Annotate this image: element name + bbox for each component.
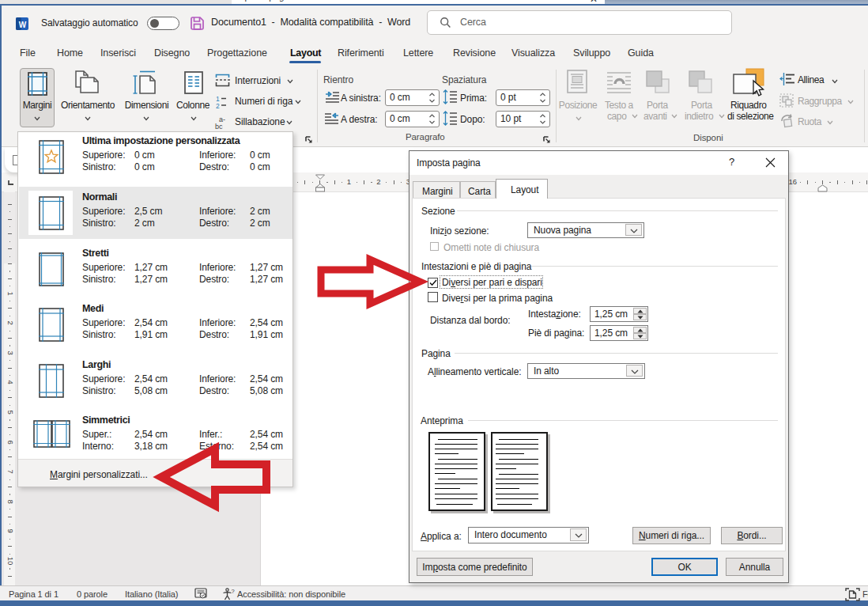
svg-text:W: W [19,21,27,29]
svg-text:?: ? [232,588,235,595]
svg-text:bc: bc [215,123,223,130]
svg-text:2: 2 [216,102,220,109]
